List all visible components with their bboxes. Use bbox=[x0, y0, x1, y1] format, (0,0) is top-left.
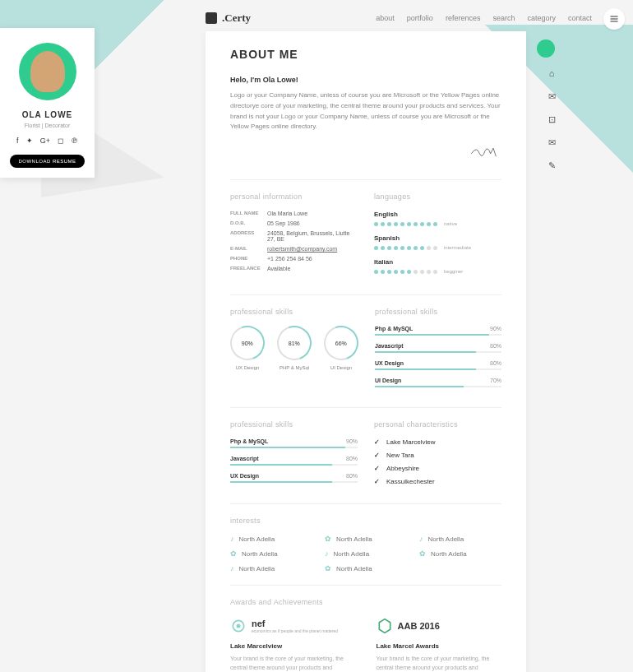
nav-references[interactable]: references bbox=[446, 14, 481, 22]
award-description: Your brand is the core of your marketing… bbox=[377, 655, 502, 672]
download-resume-button[interactable]: DOWNLOAD RESUME bbox=[10, 155, 84, 168]
profile-role: Florist | Decorator bbox=[7, 123, 88, 128]
characteristic-item: Kassulkechester bbox=[374, 478, 501, 485]
award-item: AAB 2016Lake Marcel AwardsYour brand is … bbox=[377, 616, 502, 672]
level-dot bbox=[374, 246, 378, 250]
bar-value: 70% bbox=[490, 378, 501, 383]
nav-portfolio[interactable]: portfolio bbox=[407, 14, 433, 22]
circle-skill: 66%UI Design bbox=[324, 326, 358, 370]
bar-value: 80% bbox=[346, 473, 358, 479]
nav-category[interactable]: category bbox=[527, 14, 556, 22]
label-fullname: FULL NAME bbox=[230, 211, 267, 216]
mail-icon[interactable]: ✉ bbox=[546, 91, 557, 103]
bar-skill: UX Design80% bbox=[375, 360, 501, 370]
bar-value: 90% bbox=[346, 438, 358, 444]
level-dot bbox=[394, 270, 398, 274]
language-level-label: intermediate bbox=[444, 245, 471, 250]
award-title: Lake Marcelview bbox=[230, 642, 356, 650]
level-dot bbox=[427, 246, 431, 250]
label-address: ADDRESS bbox=[230, 230, 267, 242]
level-dot bbox=[374, 270, 378, 274]
interest-item: North Adella bbox=[325, 564, 407, 572]
value-address: 24058, Belgium, Brussels, Liutte 27, BE bbox=[267, 230, 358, 242]
bar-skill: Javascript80% bbox=[375, 343, 501, 353]
circle-skill: 90%UX Design bbox=[230, 326, 265, 370]
level-dot bbox=[400, 222, 404, 226]
main-nav: about portfolio references search catego… bbox=[376, 14, 592, 22]
characteristic-text: New Tara bbox=[386, 452, 414, 459]
interest-text: North Adella bbox=[431, 550, 467, 558]
level-dot bbox=[433, 270, 437, 274]
level-dot bbox=[414, 246, 418, 250]
signature bbox=[230, 141, 501, 163]
level-dot bbox=[387, 222, 391, 226]
facebook-icon[interactable]: f bbox=[16, 137, 19, 145]
svg-point-1 bbox=[237, 624, 241, 628]
label-freelance: FREELANCE bbox=[230, 266, 267, 271]
level-dot bbox=[387, 246, 391, 250]
circle-value: 66% bbox=[335, 341, 347, 346]
hamburger-icon bbox=[609, 14, 619, 24]
chat-icon[interactable]: ⊡ bbox=[546, 114, 557, 126]
circle-value: 90% bbox=[242, 341, 253, 346]
bar-value: 80% bbox=[490, 343, 501, 349]
interest-text: North Adella bbox=[239, 535, 275, 543]
section-title-skills-bars-left: professional skills bbox=[230, 420, 358, 429]
level-dot bbox=[381, 246, 385, 250]
award-logo-text: AAB 2016 bbox=[398, 621, 440, 631]
level-dot bbox=[407, 270, 411, 274]
bar-value: 90% bbox=[490, 326, 501, 331]
interest-text: North Adella bbox=[239, 565, 275, 572]
circle-skill: 81%PHP & MySql bbox=[277, 326, 312, 370]
level-dot bbox=[400, 246, 404, 250]
level-dot bbox=[381, 270, 385, 274]
bar-name: UI Design bbox=[375, 378, 401, 383]
logo[interactable]: .Certy bbox=[206, 12, 251, 25]
level-dot bbox=[387, 270, 391, 274]
feather-icon[interactable]: ✎ bbox=[546, 160, 557, 172]
level-dot bbox=[394, 246, 398, 250]
award-logo-text: nef bbox=[252, 619, 338, 628]
characteristic-item: Lake Marcelview bbox=[374, 438, 501, 446]
section-title-personal-info: personal information bbox=[230, 192, 358, 201]
award-item: nefeconomics as if people and the planet… bbox=[230, 616, 356, 672]
award-logo-subtitle: economics as if people and the planet ma… bbox=[252, 628, 338, 633]
level-dot bbox=[400, 270, 404, 274]
section-title-skills-bars-right: professional skills bbox=[375, 308, 501, 316]
nav-search[interactable]: search bbox=[492, 14, 515, 22]
level-dot bbox=[433, 222, 437, 226]
social-links: f ✦ G+ ◻ ℗ bbox=[7, 137, 88, 145]
envelope-icon[interactable]: ✉ bbox=[546, 137, 557, 149]
bar-value: 80% bbox=[346, 456, 358, 461]
pinterest-icon[interactable]: ℗ bbox=[71, 137, 78, 145]
main-content: ⌂ ✉ ⊡ ✉ ✎ ABOUT ME Helo, I'm Ola Lowe! L… bbox=[206, 31, 526, 672]
nav-about[interactable]: about bbox=[376, 14, 395, 22]
level-dot bbox=[374, 222, 378, 226]
language-item: Spanishintermediate bbox=[374, 234, 501, 250]
interest-item: North Adella bbox=[325, 549, 407, 558]
level-dot bbox=[420, 270, 424, 274]
avatar bbox=[19, 43, 76, 100]
googleplus-icon[interactable]: G+ bbox=[40, 137, 50, 145]
characteristic-text: Lake Marcelview bbox=[386, 438, 436, 446]
value-dob: 05 Sep 1986 bbox=[267, 220, 358, 226]
header: .Certy about portfolio references search… bbox=[206, 8, 592, 28]
bar-skill: Javascript80% bbox=[230, 456, 358, 466]
value-email[interactable]: robertsmith@company.com bbox=[267, 246, 358, 252]
nav-contact[interactable]: contact bbox=[568, 14, 592, 22]
instagram-icon[interactable]: ◻ bbox=[58, 137, 63, 145]
section-title-awards: Awards and Achievements bbox=[230, 598, 501, 606]
briefcase-icon[interactable]: ⌂ bbox=[546, 68, 557, 80]
twitter-icon[interactable]: ✦ bbox=[26, 137, 33, 145]
level-dot bbox=[407, 246, 411, 250]
interest-text: North Adella bbox=[242, 550, 278, 558]
mini-avatar[interactable] bbox=[537, 39, 555, 58]
interest-item: North Adella bbox=[419, 549, 501, 558]
value-freelance: Available bbox=[267, 266, 358, 271]
value-fullname: Ola Maria Lowe bbox=[267, 211, 358, 216]
characteristic-item: Abbeyshire bbox=[374, 465, 501, 472]
circle-label: PHP & MySql bbox=[277, 365, 312, 370]
level-dot bbox=[381, 222, 385, 226]
level-dot bbox=[414, 222, 418, 226]
menu-button[interactable] bbox=[603, 8, 625, 30]
